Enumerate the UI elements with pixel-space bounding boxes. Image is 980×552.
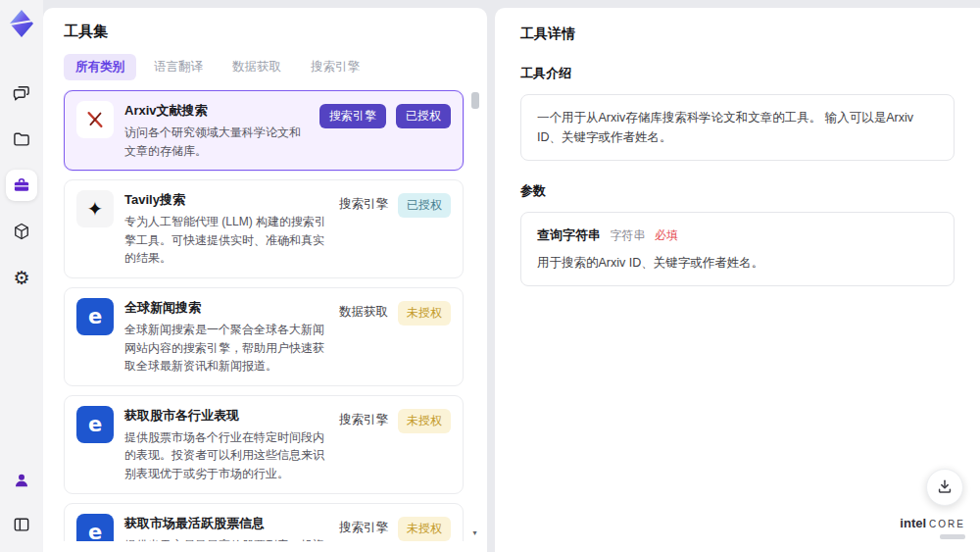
tool-text: Arxiv文献搜索 访问各个研究领域大量科学论文和文章的存储库。 bbox=[124, 101, 309, 160]
tool-list-item[interactable]: e 获取市场最活跃股票信息 提供当天交易量最高的股票列表，投资者可以利用这些信息… bbox=[64, 503, 464, 541]
package-icon bbox=[12, 222, 31, 241]
tool-status-badge: 未授权 bbox=[398, 301, 451, 326]
tool-intro-box: 一个用于从Arxiv存储库搜索科学论文和文章的工具。 输入可以是Arxiv ID… bbox=[520, 94, 955, 161]
chat-icon bbox=[12, 83, 31, 103]
folder-icon bbox=[12, 129, 31, 149]
app-logo-icon bbox=[7, 9, 36, 38]
tab-1[interactable]: 语言翻译 bbox=[142, 54, 215, 80]
intel-ultra-mark bbox=[940, 534, 965, 539]
app-window: ⚙ 工具 bbox=[0, 0, 980, 552]
sidebar-item-collapse[interactable] bbox=[6, 509, 37, 540]
tool-text: 全球新闻搜索 全球新闻搜索是一个聚合全球各大新闻网站内容的搜索引擎，帮助用户快速… bbox=[124, 298, 328, 376]
news-e-logo-icon: e bbox=[76, 406, 114, 443]
tool-status-badge: 未授权 bbox=[398, 409, 451, 433]
tool-category-tag: 搜索引擎 bbox=[339, 193, 388, 216]
sparkle-icon: ✦ bbox=[76, 190, 114, 227]
parameter-description: 用于搜索的Arxiv ID、关键字或作者姓名。 bbox=[537, 253, 938, 273]
tool-list-item[interactable]: e 全球新闻搜索 全球新闻搜索是一个聚合全球各大新闻网站内容的搜索引擎，帮助用户… bbox=[64, 287, 464, 386]
tool-category-tag: 数据获取 bbox=[339, 301, 388, 324]
tool-status-badge: 已授权 bbox=[396, 104, 451, 128]
params-heading: 参数 bbox=[520, 182, 955, 200]
tool-tags: 搜索引擎 未授权 bbox=[339, 514, 451, 541]
sidebar-item-account[interactable] bbox=[6, 465, 37, 496]
tool-tags: 搜索引擎 已授权 bbox=[319, 101, 451, 160]
sidebar-item-tools[interactable] bbox=[6, 170, 37, 201]
tool-description: 专为人工智能代理 (LLM) 构建的搜索引擎工具。可快速提供实时、准确和真实的结… bbox=[124, 213, 328, 268]
tool-intro-text: 一个用于从Arxiv存储库搜索科学论文和文章的工具。 输入可以是Arxiv ID… bbox=[537, 111, 913, 144]
parameter-type: 字符串 bbox=[610, 228, 645, 242]
user-avatar-icon bbox=[12, 471, 31, 490]
tool-description: 全球新闻搜索是一个聚合全球各大新闻网站内容的搜索引擎，帮助用户快速获取全球最新资… bbox=[124, 321, 328, 376]
toolbox-icon bbox=[12, 176, 31, 195]
tool-status-badge: 已授权 bbox=[398, 193, 451, 218]
parameter-required-badge: 必填 bbox=[655, 228, 678, 242]
tool-list-panel: 工具集 所有类别语言翻译数据获取搜索引擎 Arxiv文献搜索 访问各个研究领域大… bbox=[43, 8, 487, 552]
sidebar-nav: ⚙ bbox=[6, 77, 37, 293]
tool-name: 获取市场最活跃股票信息 bbox=[124, 515, 328, 532]
sidebar-bottom bbox=[6, 465, 37, 540]
parameter-name: 查询字符串 bbox=[537, 227, 601, 242]
news-e-logo-icon: e bbox=[76, 298, 114, 335]
category-tabs: 所有类别语言翻译数据获取搜索引擎 bbox=[64, 54, 479, 80]
tool-name: 全球新闻搜索 bbox=[124, 299, 328, 317]
sidebar-item-settings[interactable]: ⚙ bbox=[6, 262, 37, 293]
parameter-meta: 查询字符串 字符串 必填 bbox=[537, 226, 938, 246]
tool-name: Tavily搜索 bbox=[124, 191, 328, 209]
arxiv-logo-icon bbox=[76, 101, 114, 138]
settings-gear-icon: ⚙ bbox=[13, 269, 29, 287]
tool-status-badge: 未授权 bbox=[398, 517, 451, 541]
intel-brand-text: intel bbox=[900, 516, 926, 530]
tool-tags: 搜索引擎 未授权 bbox=[339, 406, 451, 483]
tool-category-tag: 搜索引擎 bbox=[319, 104, 386, 128]
tool-description: 提供股票市场各个行业在特定时间段内的表现。投资者可以利用这些信息来识别表现优于或… bbox=[124, 428, 328, 483]
intel-product-text: CORE bbox=[929, 519, 965, 529]
tool-name: 获取股市各行业表现 bbox=[124, 407, 328, 425]
tool-tags: 数据获取 未授权 bbox=[339, 298, 451, 376]
tool-category-tag: 搜索引擎 bbox=[339, 517, 388, 539]
parameter-box: 查询字符串 字符串 必填 用于搜索的Arxiv ID、关键字或作者姓名。 bbox=[520, 212, 955, 286]
icon-sidebar: ⚙ bbox=[0, 0, 43, 552]
tab-3[interactable]: 搜索引擎 bbox=[299, 54, 371, 80]
tool-category-tag: 搜索引擎 bbox=[339, 409, 388, 431]
news-e-logo-icon: e bbox=[76, 514, 114, 541]
tool-description: 访问各个研究领域大量科学论文和文章的存储库。 bbox=[124, 124, 309, 160]
scrollbar-thumb[interactable] bbox=[471, 92, 479, 109]
collapse-panel-icon bbox=[12, 515, 31, 534]
tab-0[interactable]: 所有类别 bbox=[64, 54, 136, 80]
sidebar-item-packages[interactable] bbox=[6, 216, 37, 247]
sidebar-item-files[interactable] bbox=[6, 124, 37, 155]
tool-text: Tavily搜索 专为人工智能代理 (LLM) 构建的搜索引擎工具。可快速提供实… bbox=[124, 190, 328, 268]
tool-list: Arxiv文献搜索 访问各个研究领域大量科学论文和文章的存储库。 搜索引擎 已授… bbox=[64, 90, 479, 541]
tool-list-item[interactable]: ✦ Tavily搜索 专为人工智能代理 (LLM) 构建的搜索引擎工具。可快速提… bbox=[64, 179, 464, 278]
intel-core-logo: intelCORE bbox=[900, 514, 965, 539]
tool-description: 提供当天交易量最高的股票列表，投资者可以利用这些信息来识别流动性强的股票和潜在的… bbox=[124, 536, 328, 541]
intro-heading: 工具介绍 bbox=[520, 65, 955, 82]
tool-tags: 搜索引擎 已授权 bbox=[339, 190, 451, 268]
list-scrollbar[interactable]: ▾ bbox=[470, 90, 479, 537]
tool-name: Arxiv文献搜索 bbox=[124, 102, 309, 120]
tool-list-item[interactable]: e 获取股市各行业表现 提供股票市场各个行业在特定时间段内的表现。投资者可以利用… bbox=[64, 395, 464, 494]
tool-detail-panel: 工具详情 工具介绍 一个用于从Arxiv存储库搜索科学论文和文章的工具。 输入可… bbox=[495, 8, 980, 552]
tool-text: 获取股市各行业表现 提供股票市场各个行业在特定时间段内的表现。投资者可以利用这些… bbox=[124, 406, 328, 483]
tool-list-item[interactable]: Arxiv文献搜索 访问各个研究领域大量科学论文和文章的存储库。 搜索引擎 已授… bbox=[64, 90, 464, 171]
tool-text: 获取市场最活跃股票信息 提供当天交易量最高的股票列表，投资者可以利用这些信息来识… bbox=[124, 514, 328, 541]
tab-2[interactable]: 数据获取 bbox=[220, 54, 293, 80]
detail-title: 工具详情 bbox=[520, 25, 955, 43]
sidebar-item-chat[interactable] bbox=[6, 77, 37, 109]
page-title: 工具集 bbox=[64, 23, 479, 41]
download-button[interactable] bbox=[926, 469, 963, 506]
download-icon bbox=[936, 477, 954, 498]
scrollbar-down-arrow[interactable]: ▾ bbox=[470, 529, 479, 537]
